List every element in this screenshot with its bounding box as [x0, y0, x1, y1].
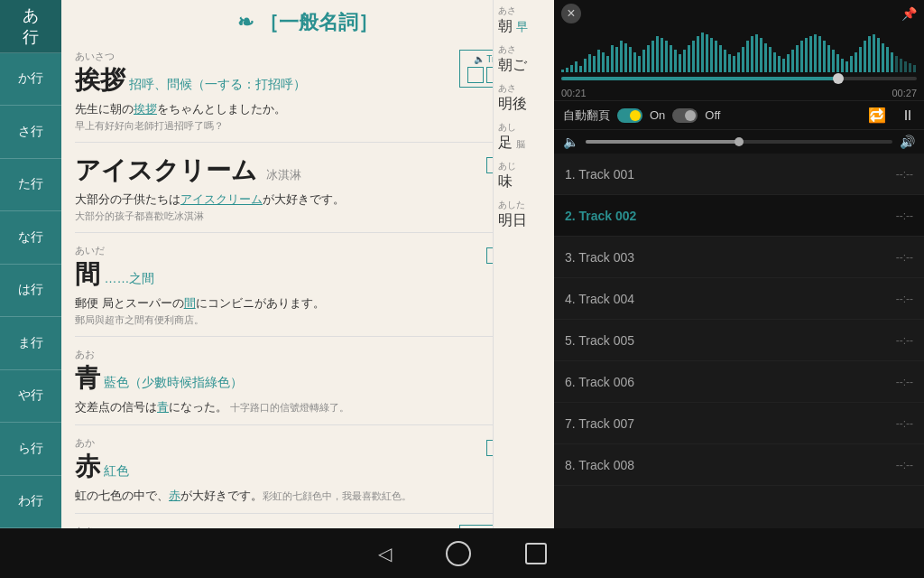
tab-ka-row[interactable]: か行 [0, 53, 61, 107]
back-button[interactable]: ◁ [378, 543, 392, 564]
time-total: 00:27 [892, 88, 917, 98]
pause-button[interactable]: ⏸ [901, 107, 915, 124]
sentence-cn-aisatsu: 早上有好好向老師打過招呼了嗎？ [75, 119, 541, 133]
waveform-bar [755, 34, 758, 72]
tab-a-row[interactable]: あ行 [0, 0, 61, 53]
waveform-bar [773, 52, 776, 72]
system-bar: ◁ [0, 528, 924, 578]
home-button[interactable] [446, 541, 471, 566]
meaning-icecream: 冰淇淋 [266, 168, 301, 182]
waveform-bar [570, 65, 573, 72]
waveform-bar [620, 41, 623, 72]
tab-na-row[interactable]: な行 [0, 211, 61, 265]
track-duration-5: --:-- [896, 334, 913, 347]
waveform-bar [593, 56, 596, 72]
progress-fill [561, 77, 838, 80]
float-word-1: あさ朝 早 [498, 5, 550, 36]
waveform-bar [751, 36, 753, 72]
meaning-aisatsu: 招呼、問候（一する：打招呼） [129, 77, 306, 91]
volume-slider[interactable] [586, 140, 892, 144]
track-item-4[interactable]: 4. Track 004--:-- [554, 278, 924, 320]
vocab-entry-aka: あか 赤 紅色 虹の七色の中で、赤が大好きです。彩虹的七顔色中，我最喜歡紅色。 [75, 436, 541, 514]
waveform-bar [827, 45, 830, 72]
sentence-jp-aka: 虹の七色の中で、赤が大好きです。彩虹的七顔色中，我最喜歡紅色。 [75, 488, 541, 504]
waveform-bar [900, 59, 902, 72]
toggle-on[interactable] [617, 108, 642, 123]
track-item-6[interactable]: 6. Track 006--:-- [554, 361, 924, 403]
track-name-3: 3. Track 003 [565, 250, 896, 265]
tab-na-label: な行 [18, 229, 43, 246]
auto-translate-row: 自動翻頁 On Off 🔁 ⏸ [554, 100, 924, 129]
waveform-bar [796, 45, 799, 72]
waveform-bar [891, 52, 893, 72]
waveform-bar [764, 43, 767, 72]
vocab-entry-icecream: アイスクリーム 冰淇淋 大部分の子供たちはアイスクリームが大好きです。 大部分的… [75, 154, 541, 233]
toggle-off[interactable] [672, 108, 698, 123]
waveform-bar [629, 47, 632, 72]
player-header: × 📌 [554, 0, 924, 27]
waveform-bar [624, 43, 627, 72]
volume-low-icon: 🔈 [563, 135, 578, 149]
float-word-2: あさ朝ご [498, 43, 550, 75]
progress-bar[interactable] [561, 77, 917, 80]
track-item-5[interactable]: 5. Track 005--:-- [554, 320, 924, 361]
waveform-bar [602, 52, 605, 72]
track-item-1[interactable]: 1. Track 001--:-- [554, 154, 924, 195]
track-name-7: 7. Track 007 [565, 416, 896, 431]
waveform-bar [670, 45, 672, 72]
waveform-bar [909, 63, 911, 72]
vocab-entry-ao: あお 青 藍色（少數時候指綠色） 交差点の信号は青になった。 十字路口的信號燈轉… [75, 348, 541, 425]
pin-button[interactable]: 📌 [901, 6, 917, 21]
tab-ta-row[interactable]: た行 [0, 159, 61, 212]
waveform-bar [679, 54, 681, 72]
tab-ra-row[interactable]: ら行 [0, 423, 61, 476]
close-button[interactable]: × [561, 4, 581, 23]
waveform-bar [787, 54, 790, 72]
waveform-bar [647, 45, 650, 72]
volume-fill [586, 140, 739, 144]
waveform-bar [769, 47, 772, 72]
volume-indicator [735, 137, 744, 146]
meaning-aida: ……之間 [104, 271, 154, 285]
tab-wa-row[interactable]: わ行 [0, 476, 61, 529]
sentence-jp-ao: 交差点の信号は青になった。 十字路口的信號燈轉綠了。 [75, 399, 541, 415]
tab-ra-label: ら行 [18, 441, 43, 457]
repeat-button[interactable]: 🔁 [868, 107, 886, 124]
waveform-bar [782, 59, 785, 72]
tab-sa-row[interactable]: さ行 [0, 106, 61, 159]
waveform-bar [633, 52, 636, 72]
tab-ha-row[interactable]: は行 [0, 265, 61, 318]
sentence-jp-aida: 郵便 局とスーパーの間にコンビニがあります。 [75, 295, 541, 312]
waveform-bar [832, 50, 835, 72]
waveform-bar [841, 59, 844, 72]
tab-ma-row[interactable]: ま行 [0, 317, 61, 370]
waveform-bar [588, 54, 591, 72]
track-item-8[interactable]: 8. Track 008--:-- [554, 444, 924, 486]
waveform-bar [597, 50, 600, 72]
waveform-bar [638, 56, 641, 72]
waveform-bar [760, 38, 762, 72]
waveform-bar [791, 50, 794, 72]
track-item-7[interactable]: 7. Track 007--:-- [554, 403, 924, 444]
waveform-bar [728, 54, 731, 72]
track-duration-8: --:-- [896, 459, 913, 471]
track-item-2[interactable]: 2. Track 002--:-- [554, 195, 924, 237]
waveform-bar [895, 56, 898, 72]
meaning-ao: 藍色（少數時候指綠色） [104, 375, 243, 389]
furigana-aka: あか [75, 436, 129, 450]
track-duration-4: --:-- [896, 293, 913, 305]
track-item-3[interactable]: 3. Track 003--:-- [554, 237, 924, 278]
tab-ta-label: た行 [18, 176, 43, 192]
waveform-bar [651, 41, 654, 72]
furigana-aisatsu: あいさつ [75, 50, 306, 63]
volume-high-icon: 🔊 [900, 135, 915, 149]
waveform-bar [868, 36, 871, 72]
track-name-1: 1. Track 001 [565, 167, 896, 182]
recents-button[interactable] [525, 543, 547, 564]
tab-sa-label: さ行 [18, 124, 43, 140]
waveform-bar [615, 47, 618, 72]
tab-ya-row[interactable]: や行 [0, 370, 61, 424]
waveform-bar [737, 52, 740, 72]
main-content-area: あ行 か行 さ行 た行 な行 は行 ま行 や行 ら行 わ行 [0, 0, 554, 528]
waveform-area[interactable] [554, 27, 924, 86]
